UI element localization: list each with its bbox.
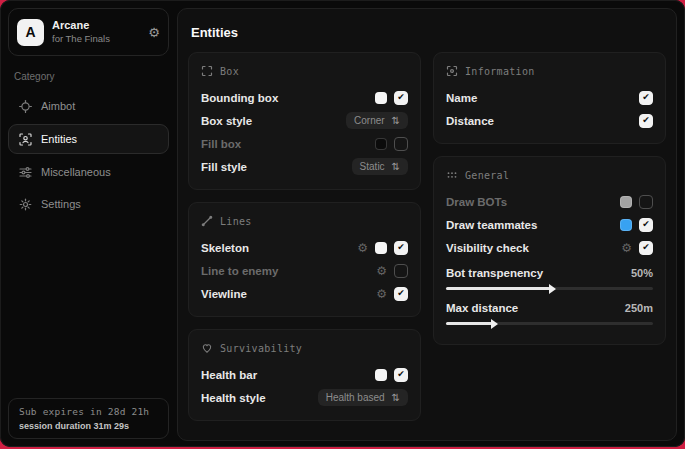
setting-row: Line to enemy ⚙	[201, 259, 408, 282]
general-card: General Draw BOTs Draw teammates	[433, 156, 666, 345]
setting-label: Viewline	[201, 288, 247, 300]
slider-value: 250m	[625, 302, 653, 314]
lines-card: Lines Skeleton ⚙ Line to enemy ⚙	[188, 202, 421, 317]
color-swatch[interactable]	[375, 242, 387, 254]
slider-group: Bot transpenency 50%	[446, 263, 653, 290]
setting-row: Draw teammates	[446, 213, 653, 236]
setting-label: Draw BOTs	[446, 196, 507, 208]
checkbox[interactable]	[639, 218, 653, 232]
bounding-box-icon	[201, 65, 213, 77]
setting-label: Box style	[201, 115, 252, 127]
box-card: Box Bounding box Box style Corner ⇅	[188, 52, 421, 190]
heart-icon	[201, 342, 213, 354]
chevrons-up-down-icon: ⇅	[392, 115, 400, 126]
sidebar: A Arcane for The Finals ⚙ Category Aimbo…	[0, 0, 177, 447]
sliders-icon	[19, 166, 32, 179]
setting-row: Bounding box	[201, 86, 408, 109]
setting-row: Health style Health based ⇅	[201, 386, 408, 409]
setting-label: Visibility check	[446, 242, 529, 254]
setting-label: Line to enemy	[201, 265, 278, 277]
dropdown-value: Static	[360, 161, 385, 172]
app-subtitle: for The Finals	[52, 33, 110, 45]
chevrons-up-down-icon: ⇅	[392, 161, 400, 172]
setting-row: Fill style Static ⇅	[201, 155, 408, 178]
information-card: Information Name Distance	[433, 52, 666, 144]
app-logo: A	[17, 19, 44, 46]
sidebar-item-entities[interactable]: Entities	[8, 124, 169, 154]
setting-label: Health bar	[201, 369, 257, 381]
card-title-text: Survivability	[220, 343, 302, 354]
checkbox[interactable]	[394, 368, 408, 382]
category-label: Category	[14, 71, 163, 82]
sidebar-item-miscellaneous[interactable]: Miscellaneous	[8, 158, 169, 186]
sidebar-item-aimbot[interactable]: Aimbot	[8, 92, 169, 120]
survivability-card: Survivability Health bar Health style He…	[188, 329, 421, 421]
sidebar-item-label: Settings	[41, 198, 81, 210]
setting-row: Name	[446, 86, 653, 109]
slider-fill	[446, 322, 492, 325]
checkbox[interactable]	[639, 195, 653, 209]
color-swatch[interactable]	[375, 138, 387, 150]
color-swatch[interactable]	[375, 92, 387, 104]
color-swatch[interactable]	[620, 219, 632, 231]
setting-row: Fill box	[201, 132, 408, 155]
box-style-dropdown[interactable]: Corner ⇅	[346, 112, 408, 129]
checkbox[interactable]	[639, 241, 653, 255]
sidebar-item-label: Miscellaneous	[41, 166, 111, 178]
sidebar-item-label: Aimbot	[41, 100, 75, 112]
card-title-text: Box	[220, 66, 239, 77]
setting-row: Health bar	[201, 363, 408, 386]
checkbox[interactable]	[639, 91, 653, 105]
color-swatch[interactable]	[375, 369, 387, 381]
setting-label: Fill style	[201, 161, 247, 173]
sidebar-item-label: Entities	[41, 133, 77, 145]
setting-row: Distance	[446, 109, 653, 132]
fill-style-dropdown[interactable]: Static ⇅	[352, 158, 408, 175]
app-name: Arcane	[52, 19, 110, 33]
gear-icon[interactable]: ⚙	[621, 242, 632, 254]
health-style-dropdown[interactable]: Health based ⇅	[318, 389, 408, 406]
brand-card: A Arcane for The Finals ⚙	[8, 8, 169, 56]
setting-row: Skeleton ⚙	[201, 236, 408, 259]
main-panel: Entities Box Bounding box	[177, 8, 677, 441]
setting-row: Viewline ⚙	[201, 282, 408, 305]
checkbox[interactable]	[639, 114, 653, 128]
app-window: A Arcane for The Finals ⚙ Category Aimbo…	[0, 0, 685, 447]
scan-info-icon	[446, 65, 458, 77]
sidebar-item-settings[interactable]: Settings	[8, 190, 169, 218]
checkbox[interactable]	[394, 264, 408, 278]
slider-label: Bot transpenency	[446, 267, 543, 279]
gear-icon[interactable]: ⚙	[357, 242, 368, 254]
setting-label: Name	[446, 92, 477, 104]
gear-icon[interactable]: ⚙	[376, 265, 387, 277]
settings-gear-icon[interactable]: ⚙	[148, 26, 160, 39]
setting-row: Visibility check ⚙	[446, 236, 653, 259]
subscription-info-card: Sub expires in 28d 21h session duration …	[8, 398, 169, 439]
card-title-text: General	[465, 170, 509, 181]
chevrons-up-down-icon: ⇅	[392, 392, 400, 403]
setting-label: Skeleton	[201, 242, 249, 254]
card-title-text: Information	[465, 66, 535, 77]
setting-row: Draw BOTs	[446, 190, 653, 213]
dropdown-value: Health based	[326, 392, 385, 403]
checkbox[interactable]	[394, 287, 408, 301]
checkbox[interactable]	[394, 241, 408, 255]
bot-transparency-slider[interactable]	[446, 287, 653, 290]
session-duration-text: session duration 31m 29s	[19, 421, 158, 431]
crosshair-icon	[19, 100, 32, 113]
card-title-text: Lines	[220, 216, 252, 227]
gear-icon[interactable]: ⚙	[376, 288, 387, 300]
checkbox[interactable]	[394, 91, 408, 105]
checkbox[interactable]	[394, 137, 408, 151]
max-distance-slider[interactable]	[446, 322, 653, 325]
setting-label: Distance	[446, 115, 494, 127]
setting-row: Box style Corner ⇅	[201, 109, 408, 132]
line-icon	[201, 215, 213, 227]
gear-icon	[19, 198, 32, 211]
page-title: Entities	[191, 25, 666, 40]
color-swatch[interactable]	[620, 196, 632, 208]
setting-label: Bounding box	[201, 92, 278, 104]
sub-expires-text: Sub expires in 28d 21h	[19, 406, 158, 417]
setting-label: Fill box	[201, 138, 241, 150]
entity-scan-icon	[19, 133, 32, 146]
